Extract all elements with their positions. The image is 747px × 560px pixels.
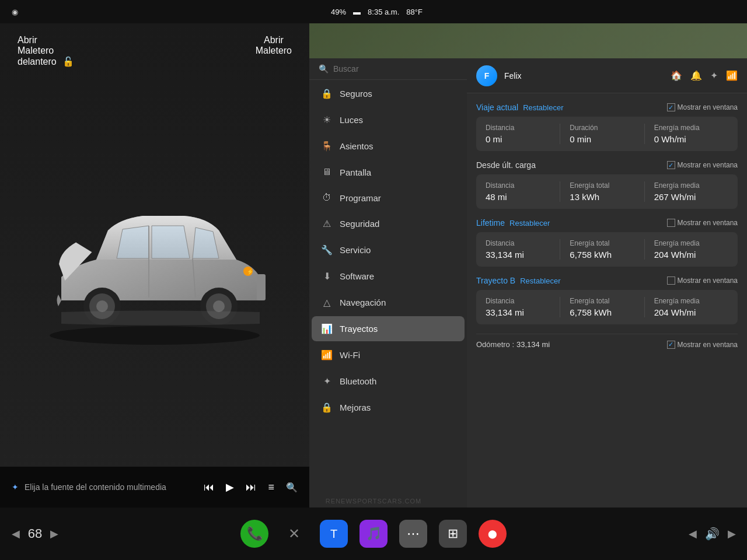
next-track-button[interactable]: ⏭ [246,481,256,494]
settings-panel: 🔍 🔒 Seguros ☀ Luces 🪑 Asientos 🖥 Pantall… [309,58,467,508]
menu-item-pantalla[interactable]: 🖥 Pantalla [312,160,465,184]
show-window-checkbox-viaje[interactable] [667,103,675,111]
show-window-odometer[interactable]: Mostrar en ventana [667,341,738,349]
prev-track-button[interactable]: ⏮ [204,481,214,494]
restablecer-trayecto-b-button[interactable]: Restablecer [520,276,560,285]
show-window-carga[interactable]: Mostrar en ventana [667,161,738,169]
media-controls: ⏮ ▶ ⏭ ≡ 🔍 [204,481,298,494]
menu-item-asientos[interactable]: 🪑 Asientos [312,134,465,159]
show-window-lifetime[interactable]: Mostrar en ventana [667,219,738,227]
search-input[interactable] [333,64,458,74]
show-window-viaje[interactable]: Mostrar en ventana [667,103,738,111]
show-window-checkbox-odometer[interactable] [667,341,675,349]
profile-icons: 🏠 🔔 ✦ 📶 [671,70,738,81]
menu-item-programar[interactable]: ⏱ Programar [312,186,465,210]
svg-point-0 [50,326,260,345]
section-desde-carga: Desde últ. carga Mostrar en ventana Dist… [476,160,738,209]
profile-avatar: F [476,65,497,86]
menu-label-6: Servicio [340,245,371,255]
car-image: ⚡ [12,70,298,461]
section-title-lifetime: Lifetime [476,218,505,228]
label-frunk[interactable]: Abrir Maletero delantero 🔓 [18,35,74,67]
search-icon: 🔍 [319,64,329,74]
notification-icon[interactable]: 🔔 [690,70,702,81]
stat-energia-media-lifetime: Energía media 204 Wh/mi [644,239,728,260]
bottom-right-controls: ◀ 🔊 ▶ [677,508,747,560]
stat-distancia-viaje: Distancia 0 mi [486,124,560,144]
stat-energia-total-lifetime: Energía total 6,758 kWh [560,239,644,260]
menu-label-1: Luces [340,115,363,125]
menu-item-mejoras[interactable]: 🔒 Mejoras [312,395,465,420]
more-apps-button[interactable]: ⋯ [399,520,427,548]
menu-item-seguros[interactable]: 🔒 Seguros [312,81,465,106]
show-window-checkbox-trayecto-b[interactable] [667,276,675,285]
nav-next-button[interactable]: ▶ [50,527,58,540]
menu-icon-11: ✦ [321,376,333,387]
signal-icon: ◉ [12,8,18,16]
stat-energia-media-trayecto-b: Energía media 204 Wh/mi [644,297,728,317]
app-red-button[interactable]: ⬤ [479,520,507,548]
equalizer-button[interactable]: ≡ [268,481,274,494]
menu-icon-9: 📊 [321,323,333,334]
menu-item-trayectos[interactable]: 📊 Trayectos [312,316,465,341]
section-header-carga: Desde últ. carga Mostrar en ventana [476,160,738,170]
status-bar: ◉ 49% ▬ 8:35 a.m. 88°F [0,0,747,23]
menu-label-11: Bluetooth [340,376,376,386]
menu-label-9: Trayectos [340,324,378,334]
menu-item-luces[interactable]: ☀ Luces [312,107,465,132]
odometer-value: 33,134 mi [516,340,550,349]
temp-display: 88°F [406,8,423,16]
menu-label-7: Software [340,271,374,281]
menu-icon-10: 📶 [321,349,333,360]
profile-header: F Felix 🏠 🔔 ✦ 📶 [467,58,747,93]
menu-label-10: Wi-Fi [340,350,360,360]
section-header-trayecto-b: Trayecto B Restablecer Mostrar en ventan… [476,276,738,285]
restablecer-lifetime-button[interactable]: Restablecer [509,219,550,228]
show-window-trayecto-b[interactable]: Mostrar en ventana [667,276,738,285]
watermark: RENEWSPORTSCARS.COM [326,498,421,505]
search-bar[interactable]: 🔍 [309,58,467,80]
app-tesla-button[interactable]: T [320,520,348,548]
status-center: 49% ▬ 8:35 a.m. 88°F [331,8,423,16]
menu-label-3: Pantalla [340,167,371,177]
label-trunk[interactable]: Abrir Maletero [256,35,292,67]
menu-item-bluetooth[interactable]: ✦ Bluetooth [312,369,465,394]
menu-icon-6: 🔧 [321,244,333,256]
show-window-checkbox-carga[interactable] [667,161,675,169]
nav-number: 68 [28,526,42,541]
battery-percent: 49% [331,8,346,16]
bluetooth-icon[interactable]: ✦ [710,70,718,81]
section-viaje-actual: Viaje actual Restablecer Mostrar en vent… [476,103,738,151]
menu-item-wifi[interactable]: 📶 Wi-Fi [312,342,465,368]
svg-point-7 [213,300,225,312]
menu-item-servicio[interactable]: 🔧 Servicio [312,237,465,262]
menu-item-software[interactable]: ⬇ Software [312,264,465,289]
stats-row-carga: Distancia 48 mi Energía total 13 kWh Ene… [476,174,738,209]
status-left: ◉ [12,8,18,16]
menu-icon-7: ⬇ [321,271,333,282]
volume-next-button[interactable]: ▶ [728,527,736,540]
stats-row-viaje: Distancia 0 mi Duración 0 min Energía me… [476,117,738,151]
menu-item-seguridad[interactable]: ⚠ Seguridad [312,211,465,236]
media-bar: ✦ Elija la fuente del contenido multimed… [0,467,309,508]
home-icon[interactable]: 🏠 [671,70,682,81]
signal-strength-icon: 📶 [726,70,738,81]
nav-prev-button[interactable]: ◀ [12,527,20,540]
menu-item-navegacin[interactable]: △ Navegación [312,290,465,315]
svg-point-4 [96,300,108,312]
phone-button[interactable]: 📞 [240,520,268,548]
menu-icon-3: 🖥 [321,167,333,177]
volume-prev-button[interactable]: ◀ [689,527,697,540]
app-music-button[interactable]: 🎵 [359,520,388,548]
menu-label-8: Navegación [340,298,386,307]
stat-distancia-carga: Distancia 48 mi [486,181,560,202]
stats-row-lifetime: Distancia 33,134 mi Energía total 6,758 … [476,232,738,267]
menu-icon-2: 🪑 [321,141,333,152]
close-button[interactable]: ✕ [280,520,308,548]
restablecer-viaje-button[interactable]: Restablecer [523,103,563,112]
grid-button[interactable]: ⊞ [439,520,467,548]
show-window-checkbox-lifetime[interactable] [667,219,675,227]
play-button[interactable]: ▶ [226,481,234,494]
lock-icon: 🔓 [62,57,74,66]
media-search-button[interactable]: 🔍 [286,482,298,493]
